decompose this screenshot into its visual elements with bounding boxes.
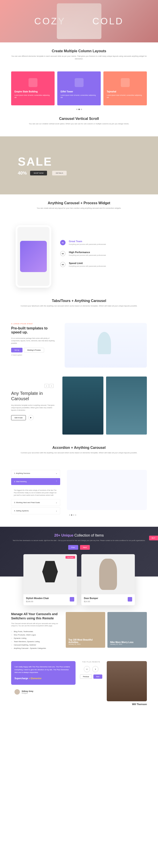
shop-now-button[interactable]: SHOP NOW	[30, 171, 47, 176]
buy-tag[interactable]: BUY	[149, 536, 158, 540]
rocket-illustration	[65, 323, 147, 368]
product-chair[interactable]: Hot Deals Stylish Wooden Chair $199.00	[24, 554, 77, 605]
remote-arrows: ‹ ›	[80, 666, 102, 672]
carousel-arrows: ‹ ›	[45, 384, 53, 388]
card-tajmahal[interactable]: Tajmahal Lorem ipsum dolor sit amet, con…	[104, 71, 147, 105]
jacket-image-2[interactable]	[106, 376, 147, 435]
card-title: Tajmahal	[107, 90, 144, 93]
card-text: Lorem ipsum dolor sit amet, consectetur …	[61, 94, 97, 99]
nike-card[interactable]: Nike More Worry Less January 22, 2019	[108, 612, 147, 648]
tabs-text: It is a commonsense package that comes w…	[11, 337, 56, 345]
avatar	[14, 689, 20, 694]
cart-icon[interactable]	[128, 597, 132, 601]
dot[interactable]	[81, 109, 82, 110]
process-step-2[interactable]: 02 High Performance Everything and proce…	[60, 251, 143, 256]
column-cards: Empire State Building Lorem ipsum dolor …	[0, 71, 158, 105]
dot-active[interactable]	[78, 109, 80, 110]
card-eiffel[interactable]: Eiffel Tower Lorem ipsum dolor sit amet,…	[57, 71, 101, 105]
template-carousel: ‹ › Any Template in Carousel Any element…	[0, 372, 158, 439]
remote-control: THE PLUS REMOTE ‹ › Previous Next	[80, 661, 102, 679]
profile-name: Will Thornson	[107, 703, 147, 706]
product-price: $199.00	[26, 600, 74, 602]
details-button[interactable]: DETAILS	[52, 171, 67, 176]
product-bumper[interactable]: Door Bumper $14.00	[81, 554, 135, 605]
tab-setup[interactable]: Set Up	[11, 348, 23, 352]
prev-arrow[interactable]: ‹	[45, 384, 49, 388]
dot[interactable]	[76, 109, 78, 110]
tabs-left-panel: # LOREM IPSUM ATMAT Pre-built templates …	[11, 323, 56, 368]
process-step-3[interactable]: 03 Speed Limit Everything and process wi…	[60, 262, 143, 267]
process-section: Anything Carousel + Process Widget You c…	[0, 194, 158, 221]
process-step-1[interactable]: 01 Great Team Everything and process wit…	[60, 240, 143, 245]
step-number: 02	[60, 251, 66, 256]
section-title: Carousel Vertical Scroll	[11, 117, 147, 121]
get-it-button[interactable]: Get it now	[11, 415, 26, 420]
list-item: Anything Carousel - Dynamic Categories	[11, 647, 60, 650]
dot[interactable]	[71, 515, 72, 516]
step-text: Everything and process with passionate p…	[69, 244, 106, 245]
collection-nav: Prev Next	[4, 545, 154, 550]
tabs-content: # LOREM IPSUM ATMAT Pre-built templates …	[0, 318, 158, 372]
chair-icon	[39, 561, 61, 588]
arrow-left-button[interactable]: ‹	[84, 666, 90, 672]
tower-icon	[75, 78, 84, 87]
card-meta: January 22, 2019	[69, 644, 103, 645]
remote-buttons: Previous Next	[80, 675, 102, 679]
process-steps: 01 Great Team Everything and process wit…	[60, 240, 143, 273]
step-text: Everything and process with passionate p…	[69, 254, 106, 256]
product-image	[81, 554, 135, 594]
prev-button[interactable]: Prev	[68, 545, 78, 550]
cart-icon[interactable]	[70, 597, 74, 601]
process-content: 01 Great Team Everything and process wit…	[0, 221, 158, 292]
next-button[interactable]: Next	[80, 545, 90, 550]
remote-label: THE PLUS REMOTE	[80, 661, 102, 663]
accordion-item-3[interactable]: 3. Working Hard and Final Goals⌄	[11, 499, 60, 506]
bottom-row: I am really happy with The Plus Elemento…	[0, 657, 158, 710]
profile-card[interactable]: Will Thornson	[107, 661, 147, 706]
next-button[interactable]: Next	[93, 675, 102, 679]
sale-banner: SALE 40% SHOP NOW DETAILS	[0, 136, 158, 194]
dot[interactable]	[75, 515, 76, 516]
eyebrow: # LOREM IPSUM ATMAT	[11, 323, 56, 324]
tab-buttons: Set Up Working in Process	[11, 348, 56, 352]
testimonial-text: I am really happy with The Plus Elemento…	[14, 665, 72, 674]
phone-mockup	[15, 225, 51, 288]
chevron-up-icon: ⌃	[56, 480, 57, 483]
collection-title: 20+ Unique Collection of Items	[4, 533, 154, 537]
hero-banner: COZY COLD	[0, 0, 158, 42]
play-button[interactable]: ▸	[28, 415, 34, 420]
section-title: Accordion + Anything Carousel	[11, 446, 147, 450]
remote-images: Top 100 Most Beautiful Activities Januar…	[66, 612, 147, 648]
accordion-item-4[interactable]: 4. Selling Systems⌄	[11, 507, 60, 514]
card-title: Empire State Building	[14, 90, 51, 93]
multi-column-section: Create Multiple Column Layouts You can u…	[0, 42, 158, 71]
dot[interactable]	[69, 515, 70, 516]
accordion-item-2[interactable]: 2. Start Building⌃	[11, 478, 60, 485]
card-empire-state[interactable]: Empire State Building Lorem ipsum dolor …	[11, 71, 54, 105]
bumper-icon	[99, 559, 117, 590]
accordion-header: Accordion + Anything Carousel Connect yo…	[0, 439, 158, 465]
supercharge-text: Supercharge + Elementor	[14, 677, 72, 680]
section-subtitle: You can use different elementor template…	[11, 55, 147, 60]
remote-text: This Carousel remote will work with all …	[11, 622, 60, 627]
activity-card[interactable]: Top 100 Most Beautiful Activities Januar…	[66, 612, 105, 648]
previous-button[interactable]: Previous	[80, 675, 92, 679]
stat-text: 2 Grand system	[11, 354, 56, 356]
template-left: ‹ › Any Template in Carousel Any element…	[11, 391, 56, 420]
step-title: Speed Limit	[69, 262, 106, 265]
template-text: Any elementor template works in anything…	[11, 404, 56, 411]
arrow-right-button[interactable]: ›	[92, 666, 98, 672]
tab-working[interactable]: Working in Process	[24, 348, 44, 352]
testimonial-wrap: I am really happy with The Plus Elemento…	[11, 661, 76, 697]
dot[interactable]	[73, 515, 74, 516]
card-text: Lorem ipsum dolor sit amet, consectetur …	[14, 94, 51, 99]
section-title: Anything Carousel + Process Widget	[11, 201, 147, 205]
chevron-down-icon: ⌄	[56, 472, 57, 474]
next-arrow[interactable]: ›	[49, 384, 53, 388]
remote-section: Manage All Your Carousels and Switchers …	[0, 605, 158, 656]
list-item: Blog Posts, Testimonials	[11, 630, 60, 633]
chevron-down-icon: ⌄	[56, 510, 57, 512]
accordion-content: 1. Anything Success⌄ 2. Start Building⌃ …	[0, 465, 158, 520]
jacket-image-1[interactable]	[63, 376, 104, 435]
accordion-item-1[interactable]: 1. Anything Success⌄	[11, 470, 60, 477]
